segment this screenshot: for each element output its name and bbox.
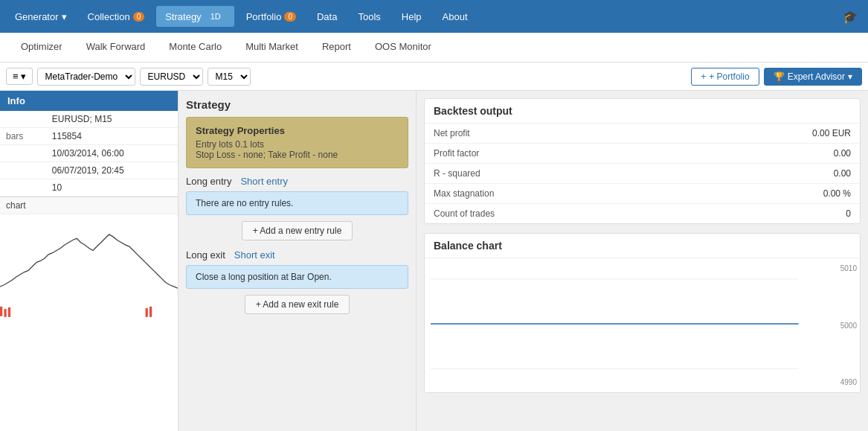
top-navigation: Generator ▾ Collection 0 Strategy 1D Por… xyxy=(0,0,868,33)
table-row: 10 xyxy=(0,179,178,197)
broker-select[interactable]: MetaTrader-Demo MetaTrader-Live xyxy=(37,68,135,86)
y-label-mid: 5000 xyxy=(840,322,857,330)
bt-label: Max stagnation xyxy=(425,184,678,204)
bt-label: Profit factor xyxy=(425,144,678,164)
add-entry-rule-button[interactable]: + Add a new entry rule xyxy=(242,221,353,240)
about-label: About xyxy=(443,11,468,22)
toolbar: ≡ ▾ MetaTrader-Demo MetaTrader-Live EURU… xyxy=(0,63,868,91)
nav-data[interactable]: Data xyxy=(308,7,346,27)
balance-chart-title: Balance chart xyxy=(425,234,860,258)
expert-advisor-dropdown-icon: ▾ xyxy=(848,71,852,82)
main-content: Info EURUSD; M15 bars 115854 10/03/2014,… xyxy=(0,91,868,431)
bt-value: 0.00 xyxy=(678,164,860,184)
info-value: 06/07/2019, 20:45 xyxy=(46,162,178,179)
svg-rect-0 xyxy=(0,214,178,319)
tab-oosmonitor[interactable]: OOS Monitor xyxy=(363,33,443,61)
tab-walkforward[interactable]: Walk Forward xyxy=(74,33,158,61)
nav-about[interactable]: About xyxy=(434,7,477,27)
data-label: Data xyxy=(317,11,337,22)
bt-value: 0.00 xyxy=(678,144,860,164)
long-exit-tab[interactable]: Long exit xyxy=(186,249,225,261)
table-row: EURUSD; M15 xyxy=(0,111,178,128)
svg-rect-4 xyxy=(146,308,148,317)
info-label xyxy=(0,179,46,197)
timeframe-select[interactable]: M15 M1 H1 xyxy=(208,68,251,86)
portfolio-badge: 0 xyxy=(284,12,296,22)
info-value: 115854 xyxy=(46,128,178,145)
strategy-properties-detail1: Entry lots 0.1 lots xyxy=(196,139,399,150)
collection-label: Collection xyxy=(88,11,130,22)
exit-rule-box[interactable]: Close a long position at Bar Open. xyxy=(186,265,408,289)
expert-advisor-label: Expert Advisor xyxy=(788,71,845,82)
right-panel: Backtest output Net profit 0.00 EUR Prof… xyxy=(417,91,868,431)
portfolio-button[interactable]: + + Portfolio xyxy=(691,68,759,86)
generator-dropdown-icon: ▾ xyxy=(62,11,67,22)
chart-y-labels: 5010 5000 4990 xyxy=(840,258,857,392)
tab-optimizer[interactable]: Optimizer xyxy=(9,33,74,61)
tools-label: Tools xyxy=(358,11,380,22)
portfolio-label: Portfolio xyxy=(246,11,282,22)
table-row: Max stagnation 0.00 % xyxy=(425,184,860,204)
y-label-top: 5010 xyxy=(840,264,857,272)
nav-portfolio[interactable]: Portfolio 0 xyxy=(237,7,305,27)
tab-montecarlo[interactable]: Monte Carlo xyxy=(157,33,234,61)
bt-label: Net profit xyxy=(425,124,678,144)
svg-rect-2 xyxy=(4,309,6,317)
strategy-badge: 1D xyxy=(206,10,225,22)
add-exit-rule-button[interactable]: + Add a new exit rule xyxy=(245,295,350,314)
strategy-title: Strategy xyxy=(186,98,408,111)
plus-icon: + xyxy=(701,71,706,82)
bt-value: 0.00 EUR xyxy=(678,124,860,144)
backtest-table: Net profit 0.00 EUR Profit factor 0.00 R… xyxy=(425,124,860,223)
table-row: bars 115854 xyxy=(0,128,178,145)
svg-rect-3 xyxy=(8,307,10,317)
info-label: bars xyxy=(0,128,46,145)
info-label xyxy=(0,162,46,179)
strategy-properties-title: Strategy Properties xyxy=(196,125,399,136)
info-table: EURUSD; M15 bars 115854 10/03/2014, 06:0… xyxy=(0,111,178,197)
nav-help[interactable]: Help xyxy=(393,7,431,27)
exit-rule-text: Close a long position at Bar Open. xyxy=(196,272,332,282)
nav-strategy[interactable]: Strategy 1D xyxy=(156,6,234,27)
info-value: 10 xyxy=(46,179,178,197)
no-entry-rules-msg: There are no entry rules. xyxy=(196,198,293,208)
mini-chart-svg xyxy=(0,214,178,319)
short-entry-tab[interactable]: Short entry xyxy=(240,176,288,187)
nav-generator[interactable]: Generator ▾ xyxy=(6,7,76,27)
info-label xyxy=(0,145,46,162)
tab-multimarket[interactable]: Multi Market xyxy=(234,33,310,61)
long-entry-tab[interactable]: Long entry xyxy=(186,176,231,187)
expert-advisor-button[interactable]: 🏆 Expert Advisor ▾ xyxy=(764,68,862,86)
svg-rect-5 xyxy=(150,307,152,317)
expert-advisor-icon: 🏆 xyxy=(774,71,785,82)
graduation-icon[interactable]: 🎓 xyxy=(838,5,862,28)
table-row: Profit factor 0.00 xyxy=(425,144,860,164)
symbol-select[interactable]: EURUSD GBPUSD xyxy=(140,68,203,86)
nav-tools[interactable]: Tools xyxy=(349,7,389,27)
tab-report[interactable]: Report xyxy=(310,33,363,61)
bt-label: R - squared xyxy=(425,164,678,184)
nav-collection[interactable]: Collection 0 xyxy=(79,7,154,27)
chart-label: chart xyxy=(0,197,178,214)
strategy-properties-detail2: Stop Loss - none; Take Profit - none xyxy=(196,150,399,160)
menu-button[interactable]: ≡ ▾ xyxy=(6,68,33,85)
generator-label: Generator xyxy=(15,11,59,22)
short-exit-tab[interactable]: Short exit xyxy=(234,249,275,261)
backtest-output-title: Backtest output xyxy=(425,99,860,124)
backtest-output-card: Backtest output Net profit 0.00 EUR Prof… xyxy=(424,98,861,224)
exit-tabs: Long exit Short exit xyxy=(186,249,408,261)
y-label-bot: 4990 xyxy=(840,378,857,386)
table-row: R - squared 0.00 xyxy=(425,164,860,184)
bt-value: 0 xyxy=(678,204,860,224)
hamburger-icon: ≡ xyxy=(13,71,19,82)
svg-rect-1 xyxy=(0,307,2,316)
help-label: Help xyxy=(402,11,422,22)
table-row: Net profit 0.00 EUR xyxy=(425,124,860,144)
menu-dropdown-icon: ▾ xyxy=(21,71,26,82)
table-row: Count of trades 0 xyxy=(425,204,860,224)
collection-badge: 0 xyxy=(133,12,145,22)
no-entry-rules-box: There are no entry rules. xyxy=(186,191,408,215)
table-row: 06/07/2019, 20:45 xyxy=(0,162,178,179)
info-label xyxy=(0,111,46,128)
strategy-properties-card[interactable]: Strategy Properties Entry lots 0.1 lots … xyxy=(186,117,408,168)
